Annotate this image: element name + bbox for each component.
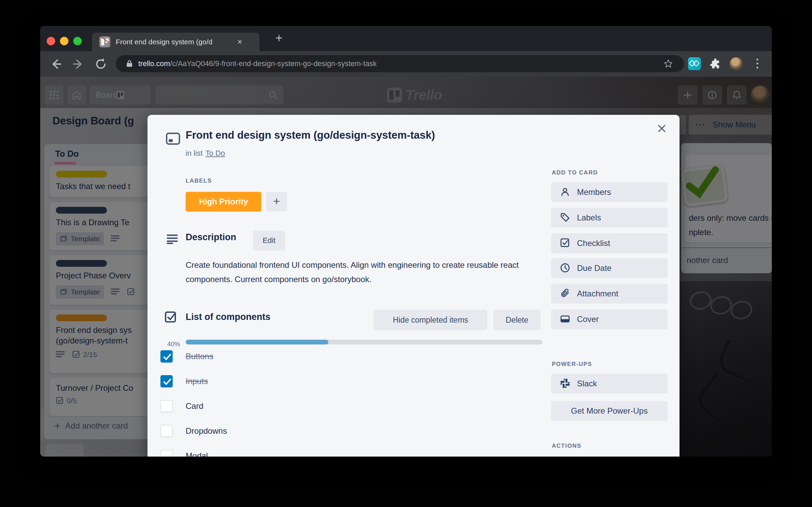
labels-button[interactable]: Labels xyxy=(551,208,668,228)
tag-icon xyxy=(560,212,570,222)
checklist-item-label[interactable]: Card xyxy=(186,400,203,412)
checkbox[interactable] xyxy=(160,450,173,457)
paperclip-icon xyxy=(560,288,570,298)
card-modal-subtitle: in listTo Do xyxy=(186,149,225,158)
minimize-window-button[interactable] xyxy=(60,37,68,45)
checklist-item: Buttons xyxy=(160,350,535,363)
card-icon xyxy=(166,133,180,145)
edit-description-button[interactable]: Edit xyxy=(253,231,285,250)
new-tab-button[interactable]: + xyxy=(270,30,287,47)
cover-icon xyxy=(560,314,570,324)
close-window-button[interactable] xyxy=(47,37,55,45)
checklist-item-label[interactable]: Inputs xyxy=(186,375,208,387)
browser-window: Front end design system (go/d × + trello… xyxy=(40,26,772,457)
label-chip-high-priority[interactable]: High Priority xyxy=(186,192,261,212)
reload-button[interactable] xyxy=(94,57,108,71)
clock-icon xyxy=(560,263,570,273)
checkbox[interactable] xyxy=(160,350,173,363)
tab-strip: Front end design system (go/d × + xyxy=(40,26,772,51)
checklist-item-label[interactable]: Dropdowns xyxy=(186,425,227,437)
tab-close-icon[interactable]: × xyxy=(235,37,245,47)
browser-tab[interactable]: Front end design system (go/d × xyxy=(92,33,260,51)
back-button[interactable] xyxy=(49,57,63,71)
screen: Front end design system (go/d × + trello… xyxy=(0,0,812,507)
extension-icon[interactable] xyxy=(688,57,701,70)
lock-icon xyxy=(125,60,134,68)
slack-icon xyxy=(560,378,570,388)
checkbox[interactable] xyxy=(160,425,173,437)
bookmark-star-icon[interactable] xyxy=(663,59,673,68)
description-heading: Description xyxy=(186,232,236,243)
description-icon xyxy=(167,234,179,244)
forward-button[interactable] xyxy=(72,57,85,71)
add-to-card-heading: ADD TO CARD xyxy=(552,169,598,176)
url-path: /c/AaYaQ046/9-front-end-design-system-go… xyxy=(170,60,377,68)
browser-menu-kebab-icon[interactable] xyxy=(756,58,759,70)
checklist-button[interactable]: Checklist xyxy=(551,233,668,253)
slack-button[interactable]: Slack xyxy=(551,374,668,394)
members-button[interactable]: Members xyxy=(551,182,668,202)
url-domain: trello.com xyxy=(138,60,170,68)
checklist-item-label[interactable]: Buttons xyxy=(186,350,213,363)
checklist-icon xyxy=(165,311,177,324)
zoom-window-button[interactable] xyxy=(73,37,82,45)
checklist-item: Inputs xyxy=(160,375,535,387)
url-bar[interactable]: trello.com/c/AaYaQ046/9-front-end-design… xyxy=(116,55,684,72)
tab-favicon-icon xyxy=(99,36,110,47)
get-more-power-ups-button[interactable]: Get More Power-Ups xyxy=(551,401,668,421)
checklist-heading: List of components xyxy=(186,312,270,322)
hide-completed-items-button[interactable]: Hide completed items xyxy=(374,310,487,330)
checkbox[interactable] xyxy=(160,375,173,387)
url-text: trello.com/c/AaYaQ046/9-front-end-design… xyxy=(138,55,377,72)
checkbox[interactable] xyxy=(160,400,173,412)
power-ups-heading: POWER-UPS xyxy=(552,361,592,368)
checklist-item: Modal xyxy=(160,450,535,457)
browser-profile-avatar[interactable] xyxy=(730,57,743,70)
checklist-item: Card xyxy=(160,400,535,412)
description-body[interactable]: Create foundational frontend UI componen… xyxy=(186,258,547,287)
card-modal-title[interactable]: Front end design system (go/design-syste… xyxy=(186,129,435,141)
add-label-button[interactable]: + xyxy=(266,192,287,212)
close-icon[interactable] xyxy=(656,123,671,138)
due-date-button[interactable]: Due Date xyxy=(551,258,668,278)
cover-button[interactable]: Cover xyxy=(551,309,668,329)
checklist-item-label[interactable]: Modal xyxy=(186,450,208,457)
attachment-button[interactable]: Attachment xyxy=(551,284,668,304)
checklist-item: Dropdowns xyxy=(160,425,535,437)
labels-heading: LABELS xyxy=(186,178,212,184)
actions-heading: ACTIONS xyxy=(552,443,581,449)
list-link[interactable]: To Do xyxy=(205,149,225,157)
person-icon xyxy=(560,187,570,197)
tab-title: Front end design system (go/d xyxy=(116,33,232,51)
card-modal: Front end design system (go/design-syste… xyxy=(147,115,680,457)
checklist-progress-fill xyxy=(186,340,328,344)
browser-toolbar: trello.com/c/AaYaQ046/9-front-end-design… xyxy=(40,51,772,77)
delete-checklist-button[interactable]: Delete xyxy=(494,310,541,330)
checklist-progress-track xyxy=(186,340,543,344)
page-content: Boards Trello xyxy=(40,77,772,457)
checklist-icon xyxy=(560,238,570,248)
extensions-puzzle-icon[interactable] xyxy=(709,58,723,72)
checklist-percent: 40% xyxy=(151,340,180,348)
